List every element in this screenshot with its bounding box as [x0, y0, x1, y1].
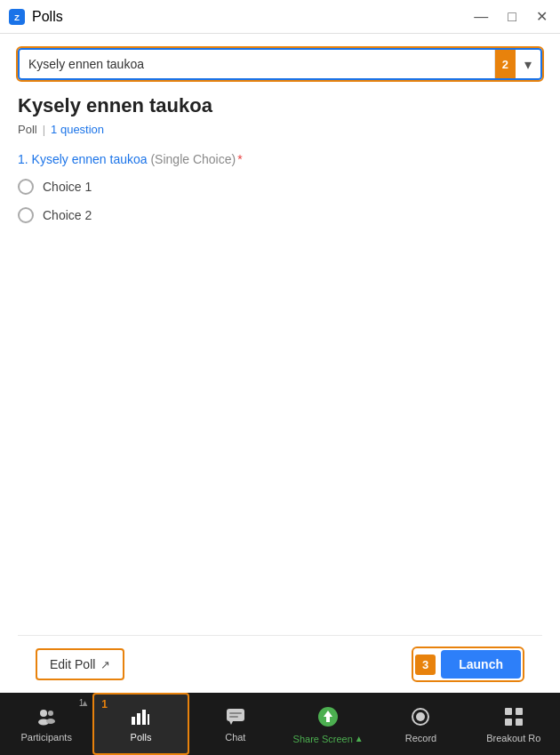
poll-selector-chevron-button[interactable]: ▾ [516, 50, 540, 78]
taskbar-label-chat: Chat [225, 732, 245, 743]
edit-poll-button[interactable]: Edit Poll ↗ [39, 652, 121, 677]
poll-selector-wrapper: 2 ▾ [18, 48, 542, 80]
taskbar-label-breakout: Breakout Ro [486, 733, 540, 743]
svg-rect-12 [229, 712, 242, 714]
launch-button[interactable]: Launch [441, 650, 521, 679]
svg-rect-8 [142, 710, 146, 725]
taskbar-label-polls: Polls [131, 732, 152, 743]
svg-rect-18 [505, 708, 512, 715]
zoom-icon: Z [9, 9, 25, 25]
svg-point-5 [46, 719, 55, 724]
svg-point-17 [416, 712, 425, 721]
taskbar-item-participants[interactable]: 1 Participants ▲ [0, 693, 92, 755]
share-screen-chevron-icon: ▲ [355, 734, 364, 743]
svg-rect-21 [516, 719, 523, 726]
taskbar-item-record[interactable]: Record [374, 693, 467, 755]
launch-badge: 3 [415, 655, 436, 675]
edit-poll-label: Edit Poll [50, 657, 95, 671]
share-screen-icon [317, 706, 339, 730]
svg-rect-7 [137, 713, 140, 725]
svg-text:Z: Z [14, 12, 20, 21]
launch-wrapper: 3 Launch [412, 647, 524, 682]
title-bar-controls: — □ ✕ [470, 8, 551, 26]
taskbar-label-participants: Participants [20, 732, 71, 743]
question-label: 1. Kysely ennen taukoa (Single Choice)* [18, 152, 542, 166]
title-bar-title: Polls [32, 9, 63, 25]
poll-type: Poll [18, 123, 37, 136]
poll-question-count: 1 question [51, 123, 104, 136]
external-link-icon: ↗ [100, 658, 110, 671]
poll-title: Kysely ennen taukoa [18, 94, 542, 117]
polls-badge: 1 [101, 698, 108, 711]
taskbar-item-chat[interactable]: Chat [189, 693, 282, 755]
title-bar-left: Z Polls [9, 9, 63, 25]
edit-poll-wrapper: Edit Poll ↗ [36, 648, 124, 680]
minimize-button[interactable]: — [470, 8, 492, 26]
choice-radio-1[interactable] [18, 179, 34, 195]
svg-point-4 [48, 711, 53, 716]
main-panel: 2 ▾ Kysely ennen taukoa Poll | 1 questio… [0, 34, 560, 693]
svg-rect-20 [505, 719, 512, 726]
chat-icon [226, 708, 245, 728]
svg-rect-6 [132, 717, 135, 725]
question-type: (Single Choice) [150, 152, 236, 166]
choice-item-1[interactable]: Choice 1 [18, 179, 542, 195]
breakout-icon [504, 707, 524, 729]
polls-icon [131, 708, 150, 728]
poll-meta-separator: | [43, 123, 45, 136]
svg-rect-9 [148, 714, 149, 725]
participants-chevron-icon: ▲ [80, 698, 89, 708]
record-icon [411, 707, 430, 729]
close-button[interactable]: ✕ [532, 8, 551, 26]
question-number: 1. [18, 152, 32, 166]
title-bar: Z Polls — □ ✕ [0, 0, 560, 34]
svg-rect-13 [229, 716, 238, 718]
maximize-button[interactable]: □ [504, 8, 520, 26]
poll-count-badge: 2 [495, 50, 516, 78]
choice-radio-2[interactable] [18, 207, 34, 223]
svg-point-2 [40, 710, 47, 717]
participants-icon [36, 708, 57, 728]
poll-selector-input[interactable] [20, 50, 494, 78]
svg-marker-11 [229, 721, 233, 725]
choice-item-2[interactable]: Choice 2 [18, 207, 542, 223]
taskbar-item-breakout[interactable]: Breakout Ro [468, 693, 560, 755]
taskbar-label-share-screen: Share Screen [293, 734, 353, 744]
poll-meta: Poll | 1 question [18, 123, 542, 136]
taskbar-item-share-screen[interactable]: Share Screen ▲ [282, 693, 374, 755]
poll-selector-badge-area: 2 ▾ [494, 50, 540, 78]
choice-text-2: Choice 2 [43, 208, 92, 222]
share-screen-label-row: Share Screen ▲ [293, 734, 364, 744]
svg-rect-10 [227, 709, 244, 721]
choice-text-1: Choice 1 [43, 180, 92, 194]
question-text: Kysely ennen taukoa [32, 152, 148, 166]
question-required: * [237, 152, 242, 166]
taskbar-item-polls[interactable]: 1 Polls [92, 693, 188, 755]
action-bar: Edit Poll ↗ 3 Launch [18, 635, 542, 693]
svg-rect-19 [516, 708, 523, 715]
taskbar: 1 Participants ▲ 1 Polls [0, 693, 560, 755]
taskbar-label-record: Record [405, 733, 436, 743]
